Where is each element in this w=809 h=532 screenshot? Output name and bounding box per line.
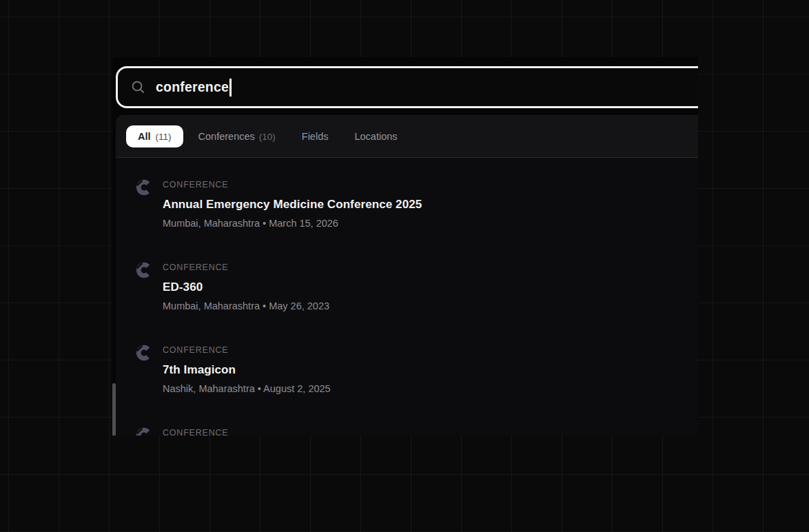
- search-results-panel: All (11) Conferences (10) Fields Locatio…: [116, 115, 698, 436]
- search-icon: [131, 80, 145, 94]
- result-title: Annual Emergency Medicine Conference 202…: [163, 198, 422, 212]
- tab-count: (10): [259, 132, 276, 142]
- result-meta: Nashik, Maharashtra • August 2, 2025: [163, 383, 331, 395]
- result-category: CONFERENCE: [163, 428, 229, 436]
- search-result-item[interactable]: CONFERENCE: [116, 418, 698, 436]
- tab-label: Conferences: [198, 131, 255, 142]
- search-result-item[interactable]: CONFERENCE ED-360 Mumbai, Maharashtra • …: [116, 253, 698, 336]
- tab-locations[interactable]: Locations: [354, 131, 397, 142]
- search-result-item[interactable]: CONFERENCE 7th Imagicon Nashik, Maharash…: [116, 336, 698, 418]
- search-input[interactable]: conference: [116, 66, 698, 108]
- tab-label: All: [138, 131, 151, 142]
- page-background: conference All (11) Conferences (10) Fie…: [0, 0, 809, 532]
- search-result-item[interactable]: CONFERENCE Annual Emergency Medicine Con…: [116, 170, 698, 253]
- result-category: CONFERENCE: [163, 263, 329, 273]
- text-cursor: [229, 79, 232, 96]
- tab-label: Fields: [302, 131, 329, 142]
- result-category: CONFERENCE: [163, 345, 331, 356]
- result-meta: Mumbai, Maharashtra • May 26, 2023: [163, 300, 329, 312]
- search-input-value: conference: [156, 79, 229, 95]
- result-category: CONFERENCE: [163, 180, 422, 190]
- tab-conferences[interactable]: Conferences (10): [198, 131, 276, 142]
- filter-tab-bar: All (11) Conferences (10) Fields Locatio…: [116, 116, 698, 158]
- conference-icon: [135, 344, 153, 362]
- conference-icon: [135, 178, 153, 196]
- result-title: 7th Imagicon: [163, 363, 331, 377]
- results-list: CONFERENCE Annual Emergency Medicine Con…: [116, 158, 698, 436]
- conference-icon: [135, 427, 153, 436]
- tab-all[interactable]: All (11): [126, 125, 183, 147]
- tab-fields[interactable]: Fields: [302, 131, 329, 142]
- tab-label: Locations: [354, 131, 397, 142]
- result-title: ED-360: [163, 280, 329, 294]
- result-meta: Mumbai, Maharashtra • March 15, 2026: [163, 218, 422, 229]
- conference-icon: [135, 261, 153, 279]
- search-modal: conference All (11) Conferences (10) Fie…: [112, 57, 698, 436]
- tab-count: (11): [156, 132, 172, 142]
- scrollbar-thumb[interactable]: [112, 383, 116, 436]
